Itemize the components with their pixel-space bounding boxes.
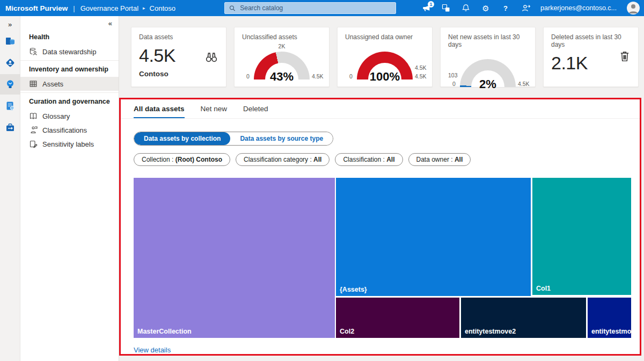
- card-unclassified-assets: Unclassified assets 43% 2K 0 4.5K: [234, 27, 330, 87]
- sidebar-item-label: Classifications: [42, 126, 87, 134]
- gauge-percent: 43%: [270, 70, 294, 84]
- treemap-cell[interactable]: entitytestmov...: [588, 298, 631, 338]
- settings-gear-icon[interactable]: ⚙: [481, 3, 491, 13]
- tab-deleted[interactable]: Deleted: [243, 105, 268, 118]
- top-header: Microsoft Purview | Governance Portal ▸ …: [0, 0, 644, 16]
- gauge-max-label: 4.5K: [312, 73, 324, 80]
- sidebar-item-classifications[interactable]: Classifications: [20, 123, 119, 137]
- gauge-percent: 2%: [479, 77, 496, 91]
- sidebar-item-assets[interactable]: Assets: [20, 77, 119, 91]
- search-input[interactable]: [239, 4, 391, 12]
- sidebar-item-glossary[interactable]: Glossary: [20, 109, 119, 123]
- section-header-health: Health: [20, 30, 119, 45]
- gauge-max-label: 4.5K: [518, 81, 530, 87]
- rail-data-catalog-icon[interactable]: [0, 53, 20, 73]
- gauge-max-label: 4.5K: [415, 73, 427, 80]
- card-title: Unassigned data owner: [345, 33, 425, 41]
- breadcrumb-portal[interactable]: Governance Portal: [80, 4, 138, 12]
- card-subtitle: Contoso: [139, 70, 169, 78]
- gauge-percent: 100%: [370, 70, 400, 84]
- filter-data-owner[interactable]: Data owner : All: [408, 153, 471, 166]
- gauge-net-new: 2% 103 0 4.5K: [448, 58, 528, 91]
- filter-collection[interactable]: Collection : (Root) Contoso: [134, 153, 230, 166]
- filter-row: Collection : (Root) Contoso Classificati…: [134, 153, 640, 166]
- treemap-cell-label: MasterCollection: [137, 328, 192, 335]
- gauge-unassigned-owner: 100% 4.5K 0 4.5K: [345, 50, 425, 84]
- toggle-by-collection[interactable]: Data assets by collection: [134, 132, 230, 145]
- gauge-min-label: 0: [349, 73, 353, 80]
- collections-treemap: MasterCollection{Assets}Col1Col2entityte…: [134, 178, 631, 338]
- card-net-new-assets: Net new assets in last 30 days 2% 103 0 …: [440, 27, 536, 87]
- classifications-icon: [29, 126, 38, 134]
- treemap-cell-label: Col1: [536, 285, 551, 292]
- breadcrumb-chevron-icon: ▸: [143, 5, 145, 11]
- gauge-min-label: 0: [246, 73, 250, 80]
- main-content: Data assets 4.5K Contoso Unclassified as…: [119, 16, 644, 361]
- sidebar-item-sensitivity-labels[interactable]: Sensitivity labels: [20, 137, 119, 151]
- treemap-cell-label: {Assets}: [340, 286, 367, 293]
- glossary-book-icon: [29, 112, 38, 120]
- gauge-value-label: 103: [448, 72, 458, 78]
- avatar[interactable]: [627, 2, 640, 15]
- brand-divider: |: [73, 4, 75, 12]
- toggle-by-source-type[interactable]: Data assets by source type: [230, 132, 333, 145]
- treemap-cell[interactable]: Col2: [336, 298, 459, 338]
- switch-view-icon[interactable]: [441, 3, 451, 13]
- trash-icon: [619, 50, 631, 65]
- card-deleted-assets: Deleted assets in last 30 days 2.1K: [543, 27, 639, 87]
- treemap-cell[interactable]: entitytestmove2: [461, 298, 586, 338]
- view-details-link[interactable]: View details: [134, 346, 171, 354]
- sidebar-collapse-icon[interactable]: «: [108, 19, 112, 27]
- treemap-cell[interactable]: {Assets}: [336, 178, 531, 296]
- filter-classification-category[interactable]: Classification category : All: [236, 153, 330, 166]
- search-icon: [229, 5, 236, 12]
- treemap-cell-label: entitytestmov...: [591, 328, 631, 335]
- rail-data-map-icon[interactable]: [0, 31, 20, 52]
- rail-expand-icon[interactable]: »: [8, 18, 12, 30]
- app-shell: » « Health Data stewardship Inventory an…: [0, 16, 644, 361]
- feedback-icon[interactable]: [521, 3, 530, 13]
- header-actions: 1 ⚙ ? parkerjones@contoso.c...: [421, 0, 640, 16]
- data-stewardship-icon: [29, 47, 38, 56]
- gauge-value-label: 2K: [279, 43, 286, 49]
- card-title: Deleted assets in last 30 days: [551, 33, 631, 48]
- section-header-curation: Curation and governance: [20, 94, 119, 109]
- tab-net-new[interactable]: Net new: [201, 105, 228, 118]
- binoculars-icon: [204, 50, 218, 65]
- panel-tabs: All data assets Net new Deleted: [121, 99, 640, 119]
- assets-grid-icon: [29, 80, 38, 88]
- sidebar-item-data-stewardship[interactable]: Data stewardship: [20, 45, 119, 59]
- rail-management-icon[interactable]: [0, 117, 20, 138]
- gauge-value-label: 4.5K: [415, 64, 427, 71]
- filter-classification[interactable]: Classification : All: [335, 153, 402, 166]
- notification-badge: 1: [428, 1, 434, 8]
- sidebar-item-label: Glossary: [42, 112, 70, 120]
- card-title: Unclassified assets: [242, 33, 321, 41]
- user-email[interactable]: parkerjones@contoso.c...: [540, 4, 617, 12]
- gauge-min-label: 0: [452, 81, 456, 87]
- card-title: Net new assets in last 30 days: [448, 33, 528, 48]
- help-icon[interactable]: ?: [501, 3, 510, 13]
- assets-panel-highlighted: All data assets Net new Deleted Data ass…: [119, 98, 641, 356]
- catalog-search[interactable]: [224, 2, 396, 14]
- treemap-cell-label: Col2: [340, 328, 354, 335]
- card-title: Data assets: [139, 33, 218, 41]
- card-unassigned-owner: Unassigned data owner 100% 4.5K 0 4.5K: [337, 27, 433, 87]
- kpi-cards-row: Data assets 4.5K Contoso Unclassified as…: [131, 27, 639, 87]
- section-header-inventory: Inventory and ownership: [20, 62, 119, 77]
- chart-toggle-row: Data assets by collection Data assets by…: [134, 132, 640, 146]
- icon-rail: »: [0, 16, 20, 361]
- brand-title[interactable]: Microsoft Purview: [5, 4, 68, 12]
- section-divider: [20, 92, 119, 93]
- treemap-cell[interactable]: MasterCollection: [134, 178, 335, 338]
- notifications-bell-icon[interactable]: [461, 3, 471, 13]
- breadcrumb-tenant[interactable]: Contoso: [150, 4, 175, 12]
- treemap-cell-label: entitytestmove2: [465, 328, 516, 335]
- announcements-icon[interactable]: 1: [421, 3, 431, 13]
- rail-insights-icon[interactable]: [0, 74, 20, 95]
- tab-all-data-assets[interactable]: All data assets: [134, 105, 185, 118]
- chart-toggle-group: Data assets by collection Data assets by…: [134, 132, 333, 146]
- card-data-assets: Data assets 4.5K Contoso: [131, 27, 226, 87]
- rail-data-policy-icon[interactable]: [0, 96, 20, 116]
- treemap-cell[interactable]: Col1: [532, 178, 631, 295]
